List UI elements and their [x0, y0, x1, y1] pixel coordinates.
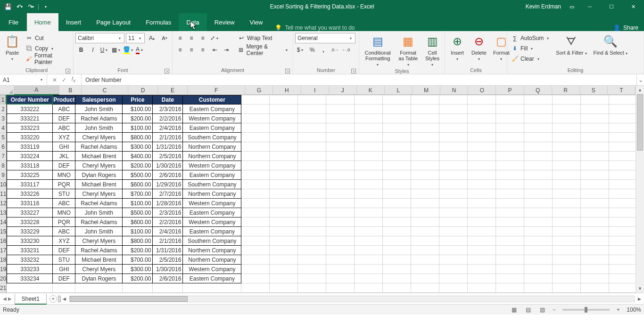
cell[interactable]: [355, 189, 383, 199]
cell[interactable]: STU: [53, 189, 75, 199]
scroll-left-arrow[interactable]: ◀: [61, 297, 68, 301]
cell[interactable]: [383, 142, 411, 152]
cell[interactable]: 2/7/2016: [153, 189, 183, 199]
cell[interactable]: MNO: [53, 170, 75, 180]
cell[interactable]: [270, 283, 298, 293]
cell[interactable]: Dylan Rogers: [75, 274, 123, 283]
cell[interactable]: John Smith: [75, 123, 123, 133]
cell[interactable]: [298, 123, 326, 133]
cell[interactable]: STU: [53, 255, 75, 265]
column-header-Q[interactable]: Q: [524, 86, 552, 95]
cell[interactable]: [468, 236, 496, 246]
cell[interactable]: 1/30/2016: [153, 161, 183, 170]
row-header[interactable]: 8: [0, 161, 7, 170]
enter-formula-icon[interactable]: ✓: [60, 77, 68, 83]
cell[interactable]: [496, 208, 524, 217]
cell[interactable]: [439, 217, 468, 227]
align-middle-button[interactable]: ≡: [186, 33, 197, 43]
fx-icon[interactable]: fx: [70, 76, 77, 83]
cell[interactable]: [326, 208, 355, 217]
cell[interactable]: [496, 217, 524, 227]
cell[interactable]: [553, 236, 581, 246]
cell[interactable]: [524, 208, 553, 217]
vscroll-thumb[interactable]: [637, 94, 643, 151]
cell[interactable]: [609, 199, 636, 208]
font-dialog-launcher[interactable]: ↘: [165, 69, 169, 73]
cell[interactable]: [355, 170, 383, 180]
cell[interactable]: 1/31/2016: [153, 142, 183, 152]
cell[interactable]: [355, 142, 383, 152]
cell[interactable]: [298, 227, 326, 236]
cell[interactable]: [326, 227, 355, 236]
cell[interactable]: Cheryl Myers: [75, 161, 123, 170]
cell[interactable]: Northern Company: [183, 246, 241, 255]
cell[interactable]: [241, 95, 270, 105]
tab-view[interactable]: View: [242, 13, 270, 31]
cell[interactable]: [326, 255, 355, 265]
cell[interactable]: [609, 217, 636, 227]
cell[interactable]: [355, 114, 383, 123]
formula-bar-expand[interactable]: ⌄: [636, 74, 644, 85]
cell[interactable]: [326, 142, 355, 152]
row-header[interactable]: 6: [0, 142, 7, 152]
column-header-S[interactable]: S: [580, 86, 608, 95]
cell[interactable]: 333221: [7, 114, 53, 123]
cell[interactable]: [411, 227, 439, 236]
sheet-tab-sheet1[interactable]: Sheet1: [15, 294, 47, 305]
cell[interactable]: Eastern Company: [183, 227, 241, 236]
cell[interactable]: [553, 95, 581, 105]
column-header-F[interactable]: F: [188, 86, 245, 95]
cell[interactable]: [439, 283, 468, 293]
cell[interactable]: [298, 161, 326, 170]
cell[interactable]: [524, 123, 553, 133]
cell[interactable]: John Smith: [75, 227, 123, 236]
cell[interactable]: [468, 274, 496, 283]
cell[interactable]: [326, 114, 355, 123]
column-header-N[interactable]: N: [440, 86, 468, 95]
cell[interactable]: [298, 189, 326, 199]
cell[interactable]: [183, 283, 241, 293]
cell[interactable]: [553, 208, 581, 217]
cell[interactable]: [355, 152, 383, 161]
cell[interactable]: [326, 274, 355, 283]
cell[interactable]: Eastern Company: [183, 208, 241, 217]
cell[interactable]: [411, 265, 439, 274]
cell[interactable]: [241, 152, 270, 161]
cell[interactable]: [411, 105, 439, 114]
cell[interactable]: [383, 274, 411, 283]
cell[interactable]: 2/2/2016: [153, 217, 183, 227]
cell[interactable]: DEF: [53, 161, 75, 170]
cell[interactable]: [355, 105, 383, 114]
cell[interactable]: [241, 180, 270, 189]
cell[interactable]: [241, 189, 270, 199]
redo-button[interactable]: ↷▾: [25, 1, 36, 12]
name-box[interactable]: A1▾: [0, 74, 47, 85]
cell[interactable]: [468, 180, 496, 189]
zoom-slider-knob[interactable]: [585, 307, 587, 313]
fill-color-button[interactable]: 🪣▾: [123, 45, 134, 55]
cell[interactable]: Western Company: [183, 217, 241, 227]
cell[interactable]: [524, 199, 553, 208]
cell[interactable]: [241, 133, 270, 142]
cell[interactable]: 333228: [7, 217, 53, 227]
cell[interactable]: DEF: [53, 274, 75, 283]
cell[interactable]: [355, 180, 383, 189]
cell[interactable]: [524, 152, 553, 161]
cell[interactable]: PQR: [53, 180, 75, 189]
find-select-button[interactable]: 🔍Find & Select ▾: [591, 33, 630, 57]
cell[interactable]: Southern Company: [183, 133, 241, 142]
cell[interactable]: $100.00: [123, 199, 153, 208]
cell[interactable]: [553, 265, 581, 274]
cell[interactable]: [326, 133, 355, 142]
cell[interactable]: [581, 189, 609, 199]
borders-button[interactable]: ▦▾: [111, 45, 122, 55]
cell[interactable]: [355, 265, 383, 274]
cell[interactable]: DEF: [53, 114, 75, 123]
cell[interactable]: [524, 217, 553, 227]
cell[interactable]: Rachel Adams: [75, 142, 123, 152]
cell[interactable]: [326, 236, 355, 246]
cell[interactable]: [496, 255, 524, 265]
autosum-button[interactable]: ∑AutoSum ▾: [509, 33, 552, 43]
cell[interactable]: [439, 170, 468, 180]
cell[interactable]: [553, 123, 581, 133]
